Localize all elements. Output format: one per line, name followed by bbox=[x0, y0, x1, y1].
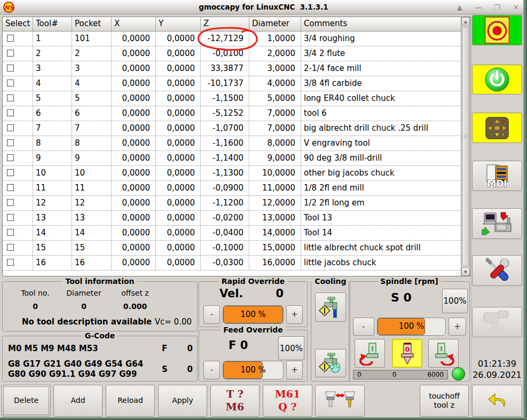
table-cell[interactable]: 3/8 4fl carbide bbox=[301, 76, 461, 91]
table-cell[interactable]: 0,0000 bbox=[156, 196, 201, 210]
feed-reset-100-button[interactable]: 100% bbox=[278, 336, 304, 360]
table-cell[interactable]: 15 bbox=[72, 241, 112, 255]
select-cell[interactable] bbox=[3, 121, 33, 136]
machine-on-button[interactable] bbox=[472, 65, 522, 94]
table-cell[interactable]: Tool 13 bbox=[301, 211, 461, 225]
table-row[interactable]: 16160,00000,0000-0,030016,0000little jac… bbox=[3, 256, 461, 271]
table-cell[interactable]: 3,0000 bbox=[249, 61, 301, 76]
table-row[interactable]: 770,00000,0000-1,07007,0000big albrecht … bbox=[3, 121, 461, 136]
table-cell[interactable]: -1,1300 bbox=[201, 166, 249, 180]
touchoff-tool-z-button[interactable]: touchoff tool z bbox=[420, 385, 469, 417]
table-cell[interactable]: 0,0000 bbox=[156, 166, 201, 180]
table-cell[interactable]: 0,0000 bbox=[156, 256, 201, 270]
table-cell[interactable]: 2 bbox=[72, 46, 112, 61]
select-cell[interactable] bbox=[3, 61, 33, 76]
table-cell[interactable]: 0,0000 bbox=[112, 76, 156, 91]
table-cell[interactable]: 0,0000 bbox=[112, 121, 156, 136]
table-cell[interactable]: 5,0000 bbox=[249, 91, 301, 106]
column-header-z[interactable]: Z bbox=[201, 17, 249, 31]
table-cell[interactable]: 2-1/4 face mill bbox=[301, 61, 461, 76]
select-cell[interactable] bbox=[3, 211, 33, 225]
table-cell[interactable]: 0,0000 bbox=[156, 226, 201, 240]
table-cell[interactable]: 3/4 2 flute bbox=[301, 46, 461, 61]
table-row[interactable]: 440,00000,0000-10,17374,00003/8 4fl carb… bbox=[3, 76, 461, 91]
scroll-up-icon[interactable]: ▲ bbox=[461, 17, 470, 26]
table-cell[interactable]: 1/2 2fl long em bbox=[301, 196, 461, 210]
shade-window-icon[interactable]: ▲ bbox=[455, 3, 465, 12]
table-cell[interactable]: -1,1600 bbox=[201, 136, 249, 150]
table-cell[interactable]: 5 bbox=[72, 91, 112, 106]
table-cell[interactable]: 0,0000 bbox=[156, 136, 201, 150]
table-cell[interactable]: 8 bbox=[33, 136, 72, 150]
table-cell[interactable]: 0,0000 bbox=[112, 196, 156, 210]
table-cell[interactable]: 0,0000 bbox=[112, 241, 156, 255]
spindle-increase-button[interactable]: + bbox=[449, 318, 466, 336]
table-cell[interactable]: 7,0000 bbox=[249, 106, 301, 121]
select-checkbox[interactable] bbox=[7, 94, 14, 101]
mdi-mode-button[interactable]: MDI bbox=[472, 161, 522, 191]
table-cell[interactable]: 16 bbox=[33, 256, 72, 270]
table-cell[interactable]: 4 bbox=[72, 76, 112, 91]
table-cell[interactable]: 2,0000 bbox=[249, 46, 301, 61]
table-cell[interactable]: big albrecht drill chuck .25 drill bbox=[301, 121, 461, 136]
table-cell[interactable]: 101 bbox=[72, 31, 112, 46]
select-checkbox[interactable] bbox=[7, 214, 14, 221]
table-cell[interactable]: 3 bbox=[33, 61, 72, 76]
table-row[interactable]: 330,00000,000033,38773,00002-1/4 face mi… bbox=[3, 61, 461, 76]
table-row[interactable]: 14140,00000,0000-0,040014,0000Tool 14 bbox=[3, 226, 461, 241]
table-cell[interactable]: 1 bbox=[33, 31, 72, 46]
table-cell[interactable]: -5,1252 bbox=[201, 106, 249, 121]
table-cell[interactable]: 0,0000 bbox=[156, 91, 201, 106]
add-button[interactable]: Add bbox=[53, 385, 103, 417]
feed-increase-button[interactable]: + bbox=[286, 361, 303, 379]
table-cell[interactable]: long ER40 collet chuck bbox=[301, 91, 461, 106]
table-cell[interactable]: V engraving tool bbox=[301, 136, 461, 150]
table-cell[interactable]: 11 bbox=[72, 181, 112, 195]
select-checkbox[interactable] bbox=[7, 169, 14, 176]
table-cell[interactable]: -10,1737 bbox=[201, 76, 249, 91]
select-checkbox[interactable] bbox=[7, 65, 14, 72]
column-header-tool[interactable]: Tool# bbox=[33, 17, 72, 31]
select-checkbox[interactable] bbox=[7, 139, 14, 146]
column-header-y[interactable]: Y bbox=[156, 17, 201, 31]
table-row[interactable]: 11110,00000,0000-0,090011,00001/8 2fl en… bbox=[3, 181, 461, 196]
table-cell[interactable]: 10 bbox=[72, 166, 112, 180]
table-row[interactable]: 13130,00000,0000-0,020013,0000Tool 13 bbox=[3, 211, 461, 226]
table-cell[interactable]: 2 bbox=[33, 46, 72, 61]
select-cell[interactable] bbox=[3, 91, 33, 106]
select-checkbox[interactable] bbox=[7, 229, 14, 236]
table-cell[interactable]: 33,3877 bbox=[201, 61, 249, 76]
table-cell[interactable]: 0,0000 bbox=[156, 151, 201, 165]
table-cell[interactable]: 1,0000 bbox=[249, 31, 301, 46]
table-cell[interactable]: Tool 14 bbox=[301, 226, 461, 240]
scrollbar-thumb[interactable] bbox=[462, 27, 469, 266]
table-cell[interactable]: 7 bbox=[33, 121, 72, 136]
table-cell[interactable]: 10,0000 bbox=[249, 166, 301, 180]
table-cell[interactable]: other big jacobs chuck bbox=[301, 166, 461, 180]
table-cell[interactable]: -0,0900 bbox=[201, 181, 249, 195]
select-cell[interactable] bbox=[3, 226, 33, 240]
select-checkbox[interactable] bbox=[7, 259, 14, 266]
table-cell[interactable]: 13 bbox=[72, 211, 112, 225]
table-cell[interactable]: 9 bbox=[72, 151, 112, 165]
table-cell[interactable]: 0,0000 bbox=[112, 31, 156, 46]
rapid-decrease-button[interactable]: - bbox=[203, 305, 220, 324]
table-cell[interactable]: 14 bbox=[72, 226, 112, 240]
table-cell[interactable]: 7 bbox=[72, 121, 112, 136]
table-cell[interactable]: 9 bbox=[33, 151, 72, 165]
table-cell[interactable]: 6 bbox=[33, 106, 72, 121]
table-cell[interactable]: -0,0300 bbox=[201, 256, 249, 270]
table-cell[interactable]: 16,0000 bbox=[249, 256, 301, 270]
table-cell[interactable]: 14,0000 bbox=[249, 226, 301, 240]
table-cell[interactable]: 0,0000 bbox=[156, 121, 201, 136]
table-cell[interactable]: little albrecht chuck spot drill bbox=[301, 241, 461, 255]
select-cell[interactable] bbox=[3, 181, 33, 195]
table-cell[interactable]: 12 bbox=[33, 196, 72, 210]
table-cell[interactable]: 1/8 2fl end mill bbox=[301, 181, 461, 195]
table-cell[interactable]: 14 bbox=[33, 226, 72, 240]
delete-button[interactable]: Delete bbox=[2, 385, 51, 417]
rapid-override-bar[interactable]: 100 % bbox=[223, 305, 284, 324]
table-cell[interactable]: 13 bbox=[33, 211, 72, 225]
select-cell[interactable] bbox=[3, 46, 33, 61]
table-cell[interactable]: 0,0000 bbox=[156, 46, 201, 61]
